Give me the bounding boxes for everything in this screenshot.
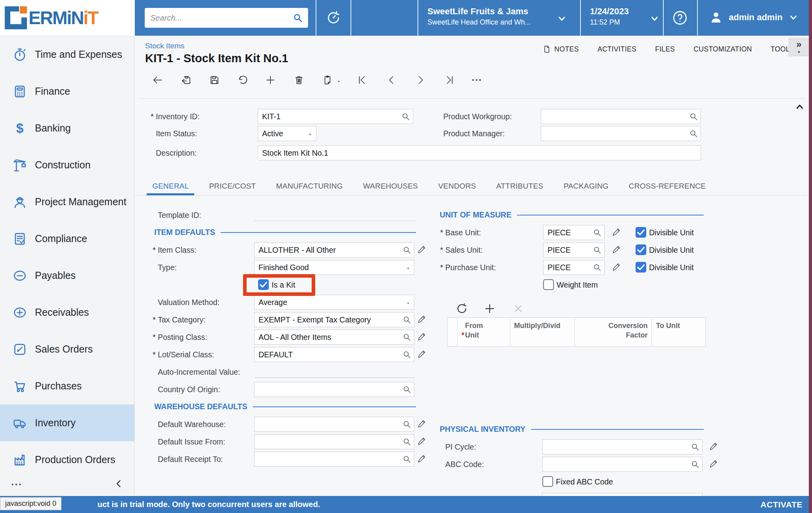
- lookup-magnifier-icon[interactable]: [402, 332, 412, 343]
- tab-vendors[interactable]: VENDORS: [438, 177, 476, 195]
- undo-button[interactable]: [237, 74, 249, 86]
- next-record-button[interactable]: [415, 74, 427, 86]
- lookup-magnifier-icon[interactable]: [689, 129, 698, 140]
- global-search[interactable]: [145, 8, 308, 28]
- caret-down-icon[interactable]: [336, 78, 341, 86]
- sidebar-item-project-management[interactable]: Project Management: [0, 183, 134, 220]
- breadcrumb[interactable]: Stock Items: [145, 42, 184, 50]
- sidebar-item-label: Construction: [35, 159, 90, 171]
- checkbox-divisible-unit[interactable]: [636, 244, 646, 255]
- field-input-lot-serial-class[interactable]: DEFAULT: [254, 347, 414, 362]
- sidebar-item-payables[interactable]: Payables: [0, 257, 134, 294]
- lookup-magnifier-icon[interactable]: [402, 315, 412, 326]
- lookup-magnifier-icon[interactable]: [592, 263, 602, 274]
- lookup-magnifier-icon[interactable]: [402, 385, 412, 396]
- lookup-magnifier-icon[interactable]: [690, 442, 700, 453]
- chevron-down-icon: [557, 13, 567, 24]
- tab-packaging[interactable]: PACKAGING: [563, 177, 608, 195]
- empty-field-underline[interactable]: [254, 378, 414, 378]
- sidebar-item-sales-orders[interactable]: Sales Orders: [0, 331, 134, 368]
- edit-pencil-icon[interactable]: [416, 314, 427, 326]
- business-date-selector[interactable]: 1/24/2023 11:52 PM: [590, 6, 660, 27]
- sidebar-item-construction[interactable]: Construction: [0, 147, 134, 183]
- sidebar-item-production-orders[interactable]: Production Orders: [0, 441, 134, 478]
- column-header-conversion-factor[interactable]: Conversion Factor: [575, 318, 652, 346]
- tab-manufacturing[interactable]: MANUFACTURING: [276, 177, 343, 195]
- branch-name: SweetLife Head Office and Wh...: [427, 17, 570, 27]
- previous-record-button[interactable]: [386, 74, 398, 86]
- edit-pencil-icon[interactable]: [611, 262, 621, 274]
- field-input-product-manager[interactable]: [541, 126, 701, 141]
- help-icon[interactable]: [672, 10, 688, 26]
- tab-warehouses[interactable]: WAREHOUSES: [363, 177, 418, 195]
- field-input-description[interactable]: Stock Item Kit No.1: [258, 145, 701, 160]
- field-input-abc-code[interactable]: [542, 457, 703, 472]
- edit-pencil-icon[interactable]: [611, 244, 621, 256]
- header-link-customization[interactable]: CUSTOMIZATION: [693, 45, 752, 53]
- search-input[interactable]: [150, 13, 292, 23]
- checkbox-divisible-unit[interactable]: [636, 227, 646, 238]
- field-input-valuation-method[interactable]: Average: [254, 295, 414, 310]
- sidebar-item-inventory[interactable]: Inventory: [0, 404, 134, 441]
- checkbox-fixed-abc-code[interactable]: [542, 476, 553, 487]
- sidebar-item-time-and-expenses[interactable]: Time and Expenses: [0, 36, 134, 73]
- first-record-button[interactable]: [357, 74, 369, 86]
- tab-attributes[interactable]: ATTRIBUTES: [496, 177, 544, 195]
- user-menu[interactable]: admin admin: [709, 10, 799, 25]
- sidebar-item-compliance[interactable]: Compliance: [0, 220, 134, 257]
- sidebar-item-finance[interactable]: Finance: [0, 73, 134, 110]
- header-link-activities[interactable]: ACTIVITIES: [598, 45, 636, 53]
- tab-cross-reference[interactable]: CROSS-REFERENCE: [629, 177, 706, 195]
- lookup-magnifier-icon[interactable]: [592, 245, 602, 256]
- sidebar-item-receivables[interactable]: Receivables: [0, 294, 134, 331]
- field-input-purchase-unit[interactable]: PIECE: [543, 260, 605, 275]
- logo[interactable]: ERMiNiT: [0, 0, 135, 36]
- activate-button[interactable]: ACTIVATE: [760, 496, 802, 513]
- header-link-notes[interactable]: NOTES: [542, 45, 579, 53]
- sidebar-item-banking[interactable]: $Banking: [0, 110, 134, 147]
- save-and-close-button[interactable]: [180, 74, 192, 86]
- column-header-from-unit[interactable]: *From Unit: [458, 318, 510, 346]
- edit-pencil-icon[interactable]: [708, 459, 718, 471]
- business-date-clock-icon[interactable]: [326, 10, 341, 25]
- more-items-icon[interactable]: [10, 479, 22, 490]
- field-input-country-of-origin[interactable]: [254, 382, 414, 397]
- more-actions-button[interactable]: [471, 74, 483, 86]
- edit-pencil-icon[interactable]: [416, 332, 427, 343]
- add-button[interactable]: [265, 74, 277, 86]
- search-icon[interactable]: [292, 12, 303, 23]
- edit-pencil-icon[interactable]: [708, 441, 718, 453]
- refresh-grid-button[interactable]: [456, 302, 469, 315]
- add-row-button[interactable]: [484, 302, 496, 315]
- lookup-magnifier-icon[interactable]: [689, 112, 698, 123]
- pencil-icon: [416, 332, 427, 342]
- field-input-posting-class[interactable]: AOL - All Other Items: [254, 330, 414, 345]
- tab-price-cost[interactable]: PRICE/COST: [209, 177, 256, 195]
- field-input-pi-cycle[interactable]: [542, 439, 703, 454]
- header-link-files[interactable]: FILES: [655, 45, 675, 53]
- checkbox-weight-item[interactable]: [543, 279, 554, 290]
- edit-pencil-icon[interactable]: [611, 227, 621, 239]
- copy-paste-button[interactable]: [322, 74, 334, 86]
- field-input-product-workgroup[interactable]: [541, 109, 701, 124]
- checkbox-divisible-unit[interactable]: [636, 262, 646, 273]
- lookup-magnifier-icon[interactable]: [690, 460, 700, 471]
- lookup-magnifier-icon[interactable]: [402, 350, 412, 361]
- column-header-multiply-divid[interactable]: Multiply/Divid: [510, 318, 575, 346]
- delete-button[interactable]: [293, 74, 305, 86]
- tab-general[interactable]: GENERAL: [152, 177, 189, 195]
- save-button[interactable]: [209, 74, 221, 86]
- collapse-sidebar-icon[interactable]: [114, 479, 124, 489]
- tab-overflow-button[interactable]: »▾: [789, 38, 809, 56]
- sidebar-item-purchases[interactable]: Purchases: [0, 368, 134, 404]
- column-header-to-unit[interactable]: To Unit: [652, 318, 705, 346]
- back-button[interactable]: [152, 74, 164, 86]
- field-input-base-unit[interactable]: PIECE: [543, 225, 605, 240]
- edit-pencil-icon[interactable]: [416, 349, 427, 361]
- delete-row-button[interactable]: [512, 302, 525, 315]
- field-input-tax-category[interactable]: EXEMPT - Exempt Tax Category: [254, 312, 414, 327]
- company-branch-selector[interactable]: SweetLife Fruits & Jams SweetLife Head O…: [427, 6, 570, 27]
- field-input-sales-unit[interactable]: PIECE: [543, 242, 605, 257]
- lookup-magnifier-icon[interactable]: [592, 228, 602, 239]
- last-record-button[interactable]: [443, 74, 455, 86]
